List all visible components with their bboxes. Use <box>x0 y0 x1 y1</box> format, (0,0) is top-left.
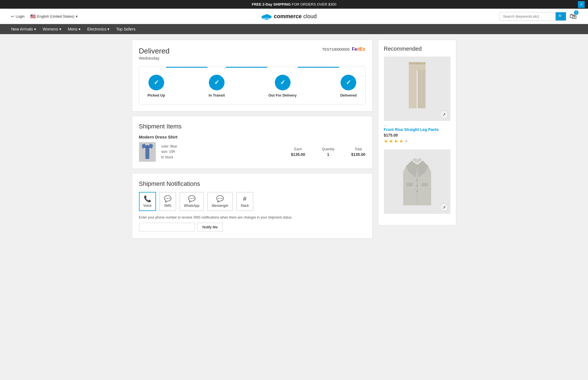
delivery-day: Wednesday <box>139 56 170 60</box>
sms-button[interactable]: 💬 SMS <box>159 192 176 211</box>
recommended-card: Recommended <box>378 40 456 225</box>
nav-item-electronics[interactable]: Electronics ▾ <box>87 27 109 31</box>
product-name-pants[interactable]: Front Rise Straight Leg Pants <box>384 127 450 132</box>
search-icon: 🔍 <box>558 14 563 18</box>
search-box: 🔍 <box>499 12 566 21</box>
logo[interactable]: salesforce commerce cloud <box>260 11 317 21</box>
svg-point-16 <box>416 179 418 181</box>
track-line-3 <box>298 67 339 68</box>
nav-item-top-sellers[interactable]: Top Sellers <box>116 27 135 31</box>
slack-button[interactable]: # Slack <box>236 192 253 211</box>
slack-icon: # <box>243 195 246 203</box>
item-size: size: 15R <box>161 149 177 154</box>
flag-icon: 🇺🇸 <box>30 14 36 19</box>
suit-illustration <box>400 155 434 208</box>
svg-rect-10 <box>418 70 426 95</box>
voice-icon: 📞 <box>144 195 151 203</box>
phone-input[interactable] <box>139 223 195 231</box>
shirt-image-icon <box>140 144 154 160</box>
right-column: Recommended <box>378 40 456 238</box>
expand-button[interactable]: ↗ <box>440 110 448 119</box>
lang-label: English (United States) <box>37 14 74 18</box>
login-label: Login <box>16 14 25 18</box>
tracking-number: TEST100000005 <box>322 47 350 51</box>
search-input[interactable] <box>500 12 556 20</box>
svg-rect-9 <box>409 70 417 95</box>
star-2: ★ <box>389 139 393 144</box>
nav-item-womens[interactable]: Womens ▾ <box>43 27 61 31</box>
star-half: ★ <box>399 139 403 144</box>
shipment-items-card: Shipment Items Modern Dress Shirt color:… <box>132 116 372 169</box>
product-image-suit: ↗ <box>384 149 450 214</box>
step-label: Delivered <box>340 93 357 97</box>
item-image <box>139 142 156 162</box>
expand-icon: ↗ <box>442 205 446 210</box>
product-stars-pants: ★ ★ ★ ★ ★ <box>384 139 450 144</box>
left-column: Delivered Wednesday TEST100000005 FedEx … <box>132 40 372 238</box>
price-each: Each $135.00 <box>291 147 305 157</box>
cart-icon[interactable]: 🛍 0 <box>570 12 577 21</box>
delivery-header: Delivered Wednesday TEST100000005 FedEx <box>139 47 365 60</box>
pants-illustration <box>403 62 431 115</box>
delivery-card: Delivered Wednesday TEST100000005 FedEx … <box>132 40 372 111</box>
item-stock: In Stock <box>161 155 177 160</box>
notifications-description: Enter your phone number to receive SMS n… <box>139 215 365 219</box>
price-qty: Quantity 1 <box>322 147 334 157</box>
step-label: In Transit <box>209 93 225 97</box>
logo-text: commerce cloud <box>274 13 317 20</box>
item-color: color: Blue <box>161 144 177 149</box>
step-label: Picked Up <box>148 93 165 97</box>
svg-rect-19 <box>407 183 413 186</box>
search-button[interactable]: 🔍 <box>556 12 566 20</box>
cart-badge: 0 <box>574 10 578 15</box>
progress-tracker: ✓ Picked Up ✓ In Transit ✓ Out For Deliv… <box>139 66 365 104</box>
language-selector[interactable]: 🇺🇸 English (United States) ▾ <box>30 14 78 19</box>
voice-button[interactable]: 📞 Voice <box>139 192 156 211</box>
nav-item-mens[interactable]: Mens ▾ <box>68 27 81 31</box>
banner-text: FREE 2-Day SHIPPING FOR ORDERS OVER $300 <box>252 2 336 6</box>
chevron-down-icon: ▾ <box>107 27 109 31</box>
salesforce-logo-icon: salesforce <box>260 11 273 21</box>
item-name: Modern Dress Shirt <box>139 135 365 139</box>
login-link[interactable]: ↩ Login <box>11 14 25 18</box>
notification-channels: 📞 Voice 💬 SMS 💬 WhatsApp 💬 Messenger <box>139 192 365 211</box>
whatsapp-button[interactable]: 💬 WhatsApp <box>180 192 204 211</box>
svg-point-14 <box>417 63 418 64</box>
shipment-items-title: Shipment Items <box>139 123 365 130</box>
nav-item-new-arrivals[interactable]: New Arrivals ▾ <box>11 27 36 31</box>
step-circle: ✓ <box>341 75 356 90</box>
whatsapp-icon: 💬 <box>188 195 195 203</box>
product-more-link[interactable]: ... <box>384 123 450 127</box>
product-image-pants: ↗ <box>384 57 450 121</box>
messenger-icon: 💬 <box>216 195 224 203</box>
expand-button[interactable]: ↗ <box>440 203 448 212</box>
track-steps: ✓ Picked Up ✓ In Transit ✓ Out For Deliv… <box>148 75 357 97</box>
item-details: color: Blue size: 15R In Stock <box>161 144 177 160</box>
notifications-card: Shipment Notifications 📞 Voice 💬 SMS 💬 W… <box>132 173 372 238</box>
expand-icon: ↗ <box>442 112 446 117</box>
product-price-pants: $175.00 <box>384 133 450 137</box>
top-banner: FREE 2-Day SHIPPING FOR ORDERS OVER $300… <box>0 0 588 9</box>
messenger-button[interactable]: 💬 Messenger <box>207 192 233 211</box>
banner-close-button[interactable]: × <box>578 1 585 8</box>
chevron-down-icon: ▾ <box>59 27 61 31</box>
main-content: Delivered Wednesday TEST100000005 FedEx … <box>126 34 462 244</box>
svg-text:salesforce: salesforce <box>262 17 272 20</box>
header: ↩ Login 🇺🇸 English (United States) ▾ sal… <box>0 9 588 24</box>
star-empty: ★ <box>404 139 408 144</box>
star-3: ★ <box>394 139 398 144</box>
product-item-pants: ↗ ... Front Rise Straight Leg Pants $175… <box>384 57 450 144</box>
chevron-down-icon: ▾ <box>79 27 81 31</box>
step-circle: ✓ <box>148 75 164 90</box>
login-icon: ↩ <box>11 14 14 18</box>
notify-me-button[interactable]: Notify Me <box>197 223 223 231</box>
svg-rect-20 <box>422 183 428 186</box>
svg-rect-11 <box>409 94 417 108</box>
product-item-suit: ↗ <box>384 149 450 214</box>
step-out-for-delivery: ✓ Out For Delivery <box>268 75 297 97</box>
step-delivered: ✓ Delivered <box>340 75 357 97</box>
track-line-1 <box>166 67 207 68</box>
notifications-title: Shipment Notifications <box>139 180 365 187</box>
sms-icon: 💬 <box>164 195 171 203</box>
header-left: ↩ Login 🇺🇸 English (United States) ▾ <box>11 14 78 19</box>
